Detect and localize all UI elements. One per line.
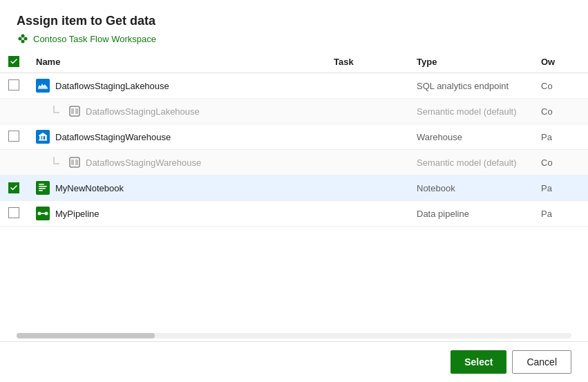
row-name-cell: DataflowsStagingWarehouse xyxy=(28,150,325,175)
table-container: Name Task Type Ow DataflowsStagingLakeho… xyxy=(0,50,588,330)
header-checkbox-cell[interactable] xyxy=(0,50,28,73)
row-checkbox[interactable] xyxy=(8,79,19,90)
col-name-header: Name xyxy=(28,50,325,73)
svg-point-24 xyxy=(45,212,48,216)
row-checkbox-cell[interactable] xyxy=(0,73,28,99)
row-type-cell: SQL analytics endpoint xyxy=(408,73,533,99)
row-type-cell: Warehouse xyxy=(408,124,533,150)
row-owner-cell: Co xyxy=(533,150,588,175)
row-name-cell: MyPipeline xyxy=(28,201,325,227)
row-task-cell xyxy=(325,124,408,150)
row-name: DataflowsStagingLakehouse xyxy=(55,81,169,91)
workspace-row: Contoso Task Flow Workspace xyxy=(17,32,571,45)
svg-rect-18 xyxy=(39,184,44,185)
row-name: MyNewNotebook xyxy=(55,183,124,193)
item-icon xyxy=(36,207,50,220)
row-checkbox[interactable] xyxy=(8,207,19,218)
svg-rect-5 xyxy=(38,88,48,89)
item-icon xyxy=(36,79,50,93)
row-checkbox-cell[interactable] xyxy=(0,201,28,227)
row-name-cell: MyNewNotebook xyxy=(28,175,325,201)
svg-rect-16 xyxy=(75,160,78,165)
row-checkbox[interactable] xyxy=(8,182,19,193)
scrollbar-thumb[interactable] xyxy=(17,333,155,338)
row-task-cell xyxy=(325,201,408,227)
svg-rect-7 xyxy=(71,108,74,114)
row-type-cell: Semantic model (default) xyxy=(408,99,533,124)
table-header-row: Name Task Type Ow xyxy=(0,50,588,73)
cancel-button[interactable]: Cancel xyxy=(512,350,571,374)
svg-rect-15 xyxy=(71,160,74,165)
row-name: DataflowsStagingLakehouse xyxy=(86,106,200,117)
svg-rect-8 xyxy=(75,108,78,114)
row-name-cell: DataflowsStagingWarehouse xyxy=(28,124,325,150)
row-type-cell: Semantic model (default) xyxy=(408,150,533,175)
row-name-cell: DataflowsStagingLakehouse xyxy=(28,99,325,124)
items-table: Name Task Type Ow DataflowsStagingLakeho… xyxy=(0,50,588,227)
row-owner-cell: Pa xyxy=(533,175,588,201)
dialog-footer: Select Cancel xyxy=(0,341,588,382)
table-row[interactable]: MyPipeline Data pipelinePa xyxy=(0,201,588,227)
row-owner-cell: Co xyxy=(533,99,588,124)
row-owner-cell: Pa xyxy=(533,201,588,227)
table-row[interactable]: MyNewNotebook NotebookPa xyxy=(0,175,588,201)
item-icon xyxy=(69,157,80,168)
row-checkbox[interactable] xyxy=(8,131,19,142)
row-type-cell: Notebook xyxy=(408,175,533,201)
row-owner-cell: Pa xyxy=(533,124,588,150)
row-name: MyPipeline xyxy=(55,209,99,219)
table-row[interactable]: DataflowsStagingLakehouse SQL analytics … xyxy=(0,73,588,99)
svg-rect-21 xyxy=(39,190,43,191)
row-task-cell xyxy=(325,99,408,124)
child-connector-icon xyxy=(53,155,64,169)
select-button[interactable]: Select xyxy=(451,350,506,374)
svg-rect-19 xyxy=(39,186,47,187)
row-type-cell: Data pipeline xyxy=(408,201,533,227)
svg-point-23 xyxy=(38,212,41,216)
row-checkbox-cell[interactable] xyxy=(0,99,28,124)
table-row[interactable]: DataflowsStagingWarehouse WarehousePa xyxy=(0,124,588,150)
col-owner-header: Ow xyxy=(533,50,588,73)
horizontal-scrollbar[interactable] xyxy=(17,333,571,338)
svg-rect-25 xyxy=(41,213,45,214)
row-name: DataflowsStagingWarehouse xyxy=(86,157,201,168)
item-icon xyxy=(36,181,50,195)
col-type-header: Type xyxy=(408,50,533,73)
row-task-cell xyxy=(325,73,408,99)
svg-rect-20 xyxy=(39,188,46,189)
header-checkbox[interactable] xyxy=(8,56,19,67)
item-icon xyxy=(36,130,50,144)
row-owner-cell: Co xyxy=(533,73,588,99)
table-row[interactable]: DataflowsStagingLakehouse Semantic model… xyxy=(0,99,588,124)
svg-point-2 xyxy=(21,35,25,38)
col-task-header: Task xyxy=(325,50,408,73)
dialog-header: Assign item to Get data Contoso Task Flo… xyxy=(0,0,588,50)
dialog-title: Assign item to Get data xyxy=(17,14,571,28)
svg-point-1 xyxy=(24,37,28,41)
item-icon xyxy=(69,106,80,117)
child-connector-icon xyxy=(53,104,64,118)
row-checkbox-cell[interactable] xyxy=(0,124,28,150)
table-body: DataflowsStagingLakehouse SQL analytics … xyxy=(0,73,588,227)
row-task-cell xyxy=(325,175,408,201)
assign-item-dialog: Assign item to Get data Contoso Task Flo… xyxy=(0,0,588,382)
row-name-cell: DataflowsStagingLakehouse xyxy=(28,73,325,99)
row-name: DataflowsStagingWarehouse xyxy=(55,132,171,142)
svg-point-0 xyxy=(19,37,22,41)
svg-rect-13 xyxy=(39,140,47,141)
row-checkbox-cell[interactable] xyxy=(0,150,28,175)
workspace-icon xyxy=(17,32,29,45)
row-checkbox-cell[interactable] xyxy=(0,175,28,201)
svg-point-3 xyxy=(21,40,25,44)
table-row[interactable]: DataflowsStagingWarehouse Semantic model… xyxy=(0,150,588,175)
row-task-cell xyxy=(325,150,408,175)
workspace-label: Contoso Task Flow Workspace xyxy=(33,34,156,44)
